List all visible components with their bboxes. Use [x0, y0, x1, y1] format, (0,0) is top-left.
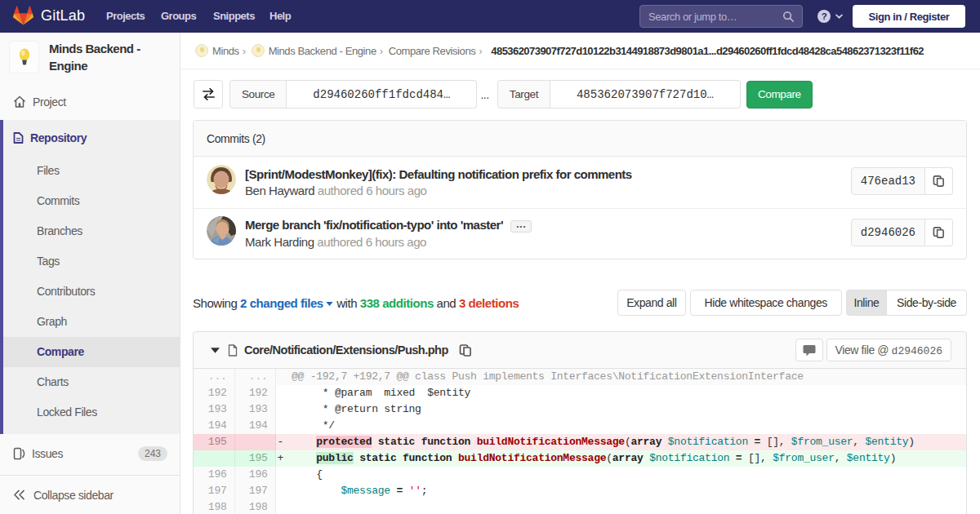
svg-text:?: ?	[822, 11, 827, 21]
